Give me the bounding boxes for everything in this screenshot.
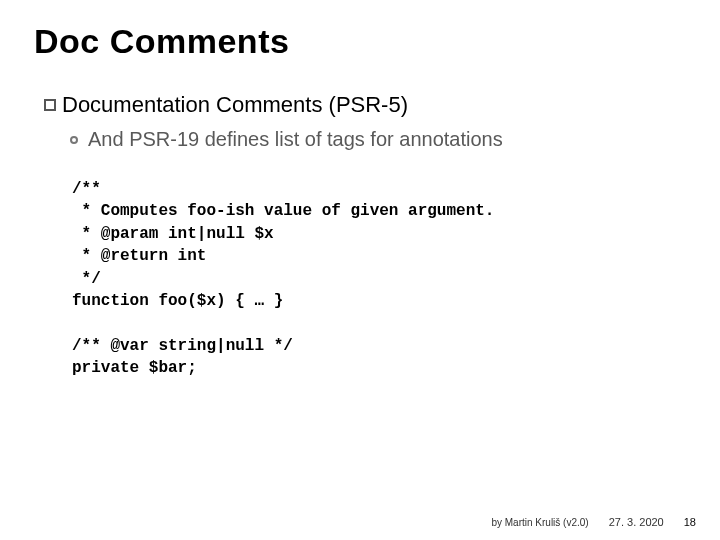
footer-page-number: 18 — [684, 516, 696, 528]
bullet-level-1: Documentation Comments (PSR-5) — [44, 92, 408, 118]
slide-title: Doc Comments — [34, 22, 289, 61]
footer-date: 27. 3. 2020 — [609, 516, 664, 528]
slide: Doc Comments Documentation Comments (PSR… — [0, 0, 720, 540]
bullet-1-text: Documentation Comments (PSR-5) — [62, 92, 408, 118]
code-block: /** * Computes foo-ish value of given ar… — [72, 178, 494, 380]
footer-credit: by Martin Kruliš (v2.0) — [491, 517, 588, 528]
square-bullet-icon — [44, 99, 56, 111]
bullet-level-2: And PSR-19 defines list of tags for anno… — [70, 128, 503, 151]
circle-bullet-icon — [70, 136, 78, 144]
bullet-2-text: And PSR-19 defines list of tags for anno… — [88, 128, 503, 151]
footer: by Martin Kruliš (v2.0) 27. 3. 2020 18 — [491, 516, 696, 528]
